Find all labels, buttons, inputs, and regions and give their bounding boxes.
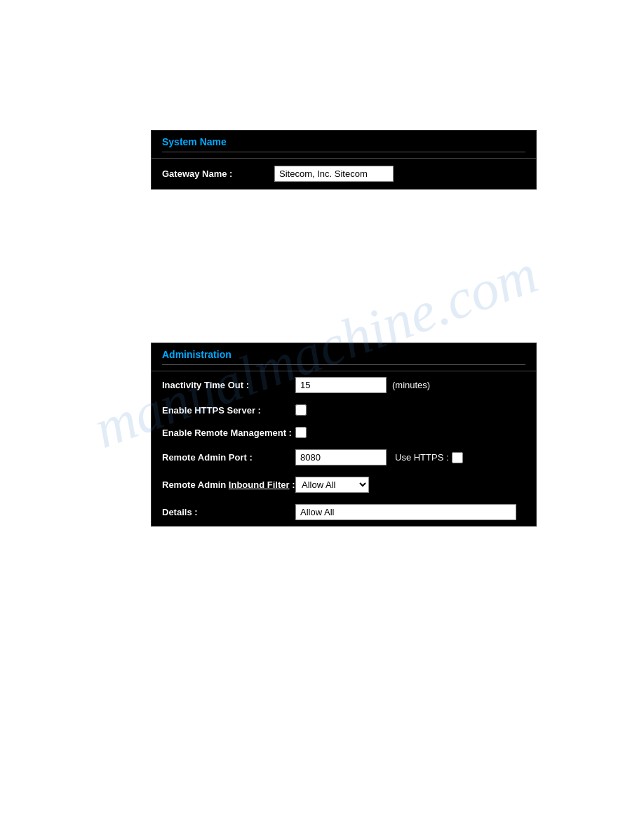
- enable-remote-row: Enable Remote Management :: [152, 421, 536, 444]
- remote-admin-port-label: Remote Admin Port :: [162, 452, 295, 463]
- system-name-title: System Name: [162, 136, 227, 147]
- inactivity-timeout-label: Inactivity Time Out :: [162, 380, 295, 390]
- use-https-checkbox[interactable]: [452, 452, 463, 463]
- remote-admin-port-row: Remote Admin Port : Use HTTPS :: [152, 444, 536, 471]
- inactivity-timeout-row: Inactivity Time Out : (minutes): [152, 371, 536, 399]
- details-label: Details :: [162, 507, 295, 517]
- admin-title: Administration: [162, 349, 232, 360]
- minutes-label: (minutes): [392, 380, 430, 390]
- enable-https-row: Enable HTTPS Server :: [152, 399, 536, 421]
- remote-admin-filter-label: Remote Admin Inbound Filter :: [162, 479, 295, 490]
- enable-remote-label: Enable Remote Management :: [162, 428, 295, 438]
- admin-panel: Administration Inactivity Time Out : (mi…: [151, 343, 537, 527]
- details-input[interactable]: [295, 504, 516, 520]
- enable-https-label: Enable HTTPS Server :: [162, 405, 295, 416]
- inbound-filter-link[interactable]: Inbound Filter: [229, 479, 290, 490]
- inbound-filter-select[interactable]: Allow All Deny All: [295, 477, 369, 493]
- page-container: manualmachine.com System Name Gateway Na…: [0, 0, 644, 834]
- inactivity-timeout-input[interactable]: [295, 377, 387, 393]
- gateway-name-row: Gateway Name :: [152, 159, 536, 189]
- enable-remote-checkbox[interactable]: [295, 427, 307, 438]
- admin-header: Administration: [152, 343, 536, 371]
- use-https-label: Use HTTPS :: [395, 452, 449, 463]
- enable-https-checkbox[interactable]: [295, 404, 307, 416]
- system-name-header: System Name: [152, 131, 536, 159]
- gateway-name-label: Gateway Name :: [162, 168, 274, 179]
- system-name-panel: System Name Gateway Name :: [151, 130, 537, 190]
- gateway-name-input[interactable]: [274, 166, 394, 182]
- details-row: Details :: [152, 498, 536, 526]
- remote-admin-filter-row: Remote Admin Inbound Filter : Allow All …: [152, 471, 536, 498]
- remote-admin-port-input[interactable]: [295, 449, 387, 465]
